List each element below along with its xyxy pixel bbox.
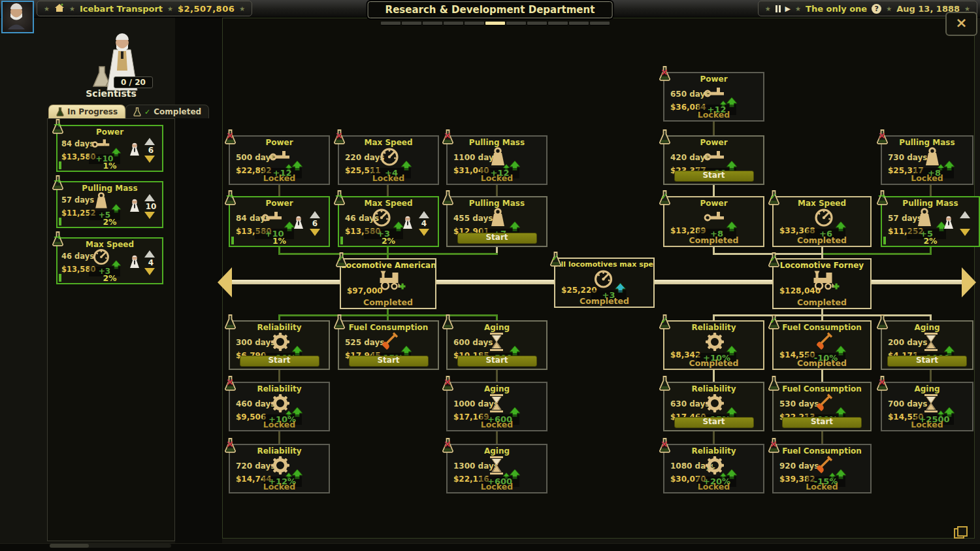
start-button[interactable]: Start xyxy=(457,356,537,367)
start-button[interactable]: Start xyxy=(457,233,537,244)
tech-node-max-speed[interactable]: Max Speed46 days$13,580+32%4→ xyxy=(338,196,439,247)
home-icon[interactable] xyxy=(54,3,65,15)
research-days: 84 days xyxy=(61,139,94,148)
tech-node-title: Fuel Consumption xyxy=(774,384,870,393)
tech-node-title: Reliability xyxy=(230,384,329,393)
tech-node-title: Max Speed xyxy=(339,199,438,208)
company-name[interactable]: Icebart Transport xyxy=(80,4,163,14)
play-button[interactable]: ▶ xyxy=(785,5,791,13)
increase-scientists-button[interactable] xyxy=(419,211,429,218)
decrease-scientists-button[interactable] xyxy=(144,156,155,163)
locked-x-icon: × xyxy=(226,439,234,449)
locked-x-icon: × xyxy=(444,130,451,141)
tech-node-pulling-mass[interactable]: Pulling Mass1100 days$31,040+12Locked× xyxy=(446,135,547,185)
tech-node-max-speed[interactable]: Max Speed$33,368+6Completed✓ xyxy=(772,196,872,247)
player-avatar[interactable] xyxy=(1,1,34,33)
tech-node-title: Power xyxy=(230,138,329,147)
tech-node-reliability[interactable]: Reliability630 days$17,460+15%Start xyxy=(663,382,764,431)
scroll-right-arrow[interactable] xyxy=(962,267,976,297)
tech-node-power[interactable]: Power84 days$13,580+101%6→ xyxy=(229,196,330,247)
star-icon: ★ xyxy=(44,5,50,12)
tech-node-max-speed[interactable]: Max Speed220 days$25,511+4Locked× xyxy=(338,135,439,185)
star-icon: ★ xyxy=(964,5,970,12)
locked-label: Locked xyxy=(774,482,870,492)
tech-node-locomotive-american[interactable]: Locomotive American$97,000Completed✓ xyxy=(340,258,436,309)
game-speed-label: The only one xyxy=(806,4,867,14)
close-button[interactable]: × xyxy=(945,12,977,36)
tech-node-power[interactable]: Power420 days$23,377+10Start xyxy=(663,135,764,185)
locked-x-icon: × xyxy=(878,130,886,141)
flask-icon xyxy=(659,129,671,147)
scroll-left-arrow[interactable] xyxy=(218,267,232,297)
start-button[interactable]: Start xyxy=(674,417,754,428)
tech-node-fuel-consumption[interactable]: Fuel Consumption$14,550-10%Completed✓ xyxy=(772,320,872,370)
page-title: Research & Development Department xyxy=(368,1,613,18)
money-balance[interactable]: $2,507,806 xyxy=(178,4,235,14)
tech-node-fuel-consumption[interactable]: Fuel Consumption530 days$22,213-10%Start xyxy=(772,382,872,431)
gear-icon xyxy=(269,331,298,354)
in-progress-arrow-icon: → xyxy=(54,120,61,129)
tree-connector xyxy=(821,430,823,445)
tree-connector xyxy=(278,185,280,196)
tab-in-progress[interactable]: In Progress xyxy=(48,105,125,118)
increase-scientists-button[interactable] xyxy=(144,250,155,258)
decrease-scientists-button[interactable] xyxy=(419,229,429,236)
tech-node-fuel-consumption[interactable]: Fuel Consumption920 days$39,382-15%Locke… xyxy=(772,444,872,493)
completed-label: Completed xyxy=(774,297,870,307)
progress-dash xyxy=(444,22,463,25)
start-button[interactable]: Start xyxy=(240,356,319,367)
completed-label: Completed xyxy=(774,358,870,368)
tech-node-aging[interactable]: Aging1000 days$17,169+600Locked× xyxy=(446,382,547,431)
gear-icon xyxy=(269,393,298,415)
completed-check-icon: ✓ xyxy=(770,253,777,263)
decrease-scientists-button[interactable] xyxy=(310,229,320,236)
tech-node-reliability[interactable]: Reliability720 days$14,744+12%Locked× xyxy=(229,444,330,493)
pause-button[interactable] xyxy=(776,5,781,12)
tech-node-pulling-mass[interactable]: Pulling Mass57 days$11,252+52%→ xyxy=(881,196,980,247)
tech-node-all-locomotives-max-speed[interactable]: All locomotives max speed$25,220+3Comple… xyxy=(554,258,655,308)
start-button[interactable]: Start xyxy=(349,356,429,367)
flask-icon xyxy=(659,376,671,393)
tech-node-reliability[interactable]: Reliability1080 days$30,070+20%Locked× xyxy=(663,444,764,493)
flask-icon xyxy=(442,190,454,208)
tech-node-pulling-mass[interactable]: Pulling Mass730 days$25,317+8Locked× xyxy=(881,135,973,185)
tech-node-aging[interactable]: Aging700 days$14,550+2500Locked× xyxy=(881,382,973,431)
tech-node-aging[interactable]: Aging1300 days$22,116+600Locked× xyxy=(446,444,547,493)
increase-scientists-button[interactable] xyxy=(144,194,155,201)
notes-icon[interactable] xyxy=(954,526,968,542)
tech-node-power[interactable]: Power$13,289+8Completed✓ xyxy=(663,196,764,247)
sidebar-scrollbar[interactable] xyxy=(50,544,171,548)
tech-node-power[interactable]: Power650 days$36,084+12Locked× xyxy=(663,72,764,122)
gear-icon xyxy=(704,455,732,477)
increase-scientists-button[interactable] xyxy=(960,211,970,218)
speed-icon xyxy=(370,207,399,229)
tech-node-power[interactable]: Power500 days$22,892+12Locked× xyxy=(229,135,330,185)
progress-dash xyxy=(402,22,421,25)
tech-node-title: All locomotives max speed xyxy=(555,260,653,269)
start-button[interactable]: Start xyxy=(782,417,862,428)
start-button[interactable]: Start xyxy=(674,171,754,182)
tech-node-reliability[interactable]: Reliability300 days$6,790+10%Start xyxy=(229,320,330,370)
flask-icon xyxy=(333,314,346,332)
tech-node-aging[interactable]: Aging200 days$4,171+1000Start xyxy=(881,320,973,370)
locked-x-icon: × xyxy=(226,376,234,387)
tech-node-reliability[interactable]: Reliability460 days$9,506+10%Locked× xyxy=(229,382,330,431)
increase-scientists-button[interactable] xyxy=(144,138,155,145)
decrease-scientists-button[interactable] xyxy=(144,268,155,275)
tech-node-reliability[interactable]: Reliability$8,342+10%Completed✓ xyxy=(663,320,764,370)
tech-node-aging[interactable]: Aging600 days$10,185+500Start xyxy=(446,320,547,370)
in-progress-card-power[interactable]: Power84 days$13,580+101%6→ xyxy=(56,125,163,172)
increase-scientists-button[interactable] xyxy=(310,211,320,218)
progress-percent: 1% xyxy=(230,236,329,246)
decrease-scientists-button[interactable] xyxy=(960,229,970,236)
help-icon[interactable]: ? xyxy=(872,4,881,14)
tab-completed[interactable]: ✓ Completed xyxy=(125,105,209,118)
decrease-scientists-button[interactable] xyxy=(144,212,155,219)
tree-connector xyxy=(713,122,715,137)
in-progress-card-pulling-mass[interactable]: Pulling Mass57 days$11,252+52%10→ xyxy=(56,181,163,228)
tech-node-locomotive-forney[interactable]: Locomotive Forney$128,040Completed✓ xyxy=(772,258,872,309)
tech-node-fuel-consumption[interactable]: Fuel Consumption525 days$17,945-15%Start xyxy=(338,320,439,370)
start-button[interactable]: Start xyxy=(887,356,967,367)
tech-node-pulling-mass[interactable]: Pulling Mass455 days$12,901+7Start xyxy=(446,196,547,247)
in-progress-card-max-speed[interactable]: Max Speed46 days$13,580+32%4→ xyxy=(56,237,163,284)
